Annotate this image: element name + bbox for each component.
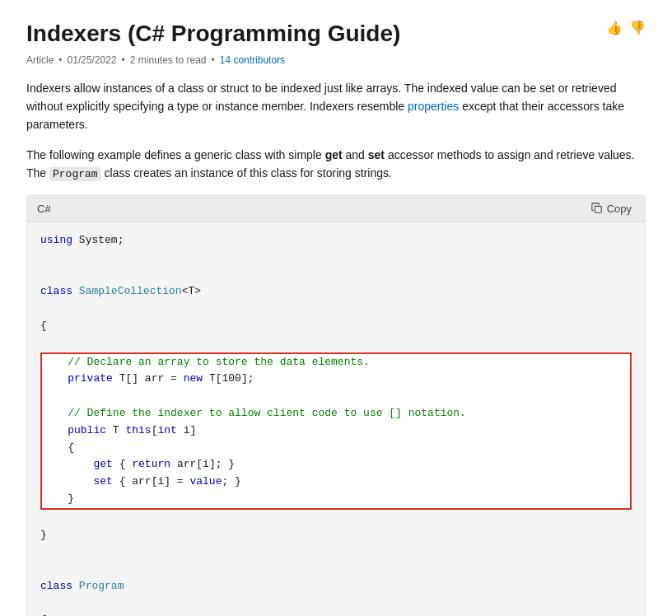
- code-content: using System; class SampleCollection<T> …: [27, 222, 645, 616]
- code-header: C# Copy: [27, 196, 645, 222]
- svg-rect-0: [595, 207, 601, 213]
- copy-label: Copy: [607, 203, 632, 215]
- article-meta: Article • 01/25/2022 • 2 minutes to read…: [26, 54, 646, 66]
- thumbs-up-icon[interactable]: 👍: [606, 20, 623, 35]
- thumbs-down-icon[interactable]: 👎: [629, 20, 646, 35]
- properties-link[interactable]: properties: [408, 100, 459, 113]
- page-title: Indexers (C# Programming Guide): [26, 20, 400, 48]
- paragraph-2: The following example defines a generic …: [26, 146, 646, 184]
- code-language: C#: [37, 203, 51, 215]
- page-container: Indexers (C# Programming Guide) 👍 👎 Arti…: [26, 20, 646, 616]
- read-time: 2 minutes to read: [130, 54, 207, 66]
- copy-icon: [591, 203, 603, 214]
- copy-button[interactable]: Copy: [588, 201, 635, 217]
- article-type: Article: [26, 54, 54, 66]
- article-date: 01/25/2022: [68, 54, 117, 66]
- paragraph-1: Indexers allow instances of a class or s…: [26, 79, 646, 134]
- code-block: C# Copy using System; class SampleCollec…: [26, 195, 646, 616]
- contributors-link[interactable]: 14 contributors: [220, 54, 285, 66]
